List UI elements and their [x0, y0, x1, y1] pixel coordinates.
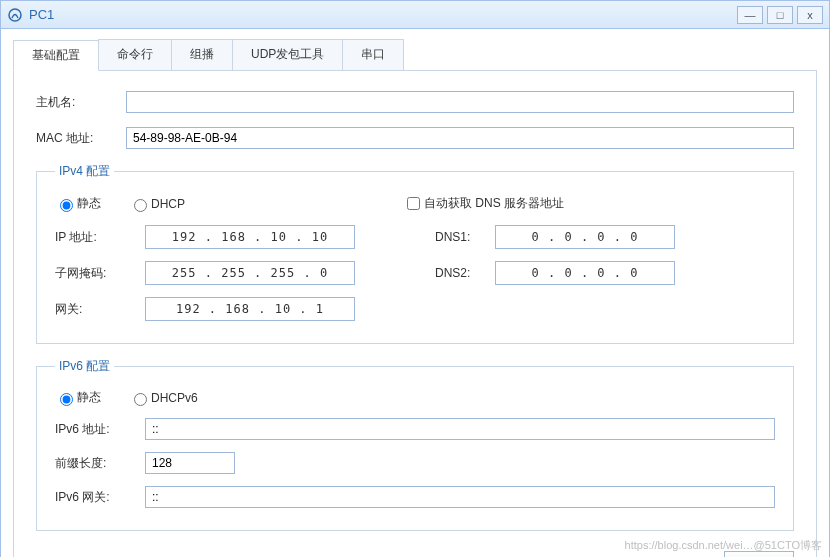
tab-multicast[interactable]: 组播 [171, 39, 233, 70]
ipv4-dhcp-radio[interactable] [134, 199, 147, 212]
tab-cmdline[interactable]: 命令行 [98, 39, 172, 70]
ipv4-static-label: 静态 [77, 195, 101, 212]
window-title: PC1 [29, 7, 54, 22]
ipv6-dhcp-label: DHCPv6 [151, 391, 198, 405]
gw-input[interactable]: 192 . 168 . 10 . 1 [145, 297, 355, 321]
ipv6-dhcp-radio[interactable] [134, 393, 147, 406]
maximize-icon: □ [777, 9, 784, 21]
gw-label: 网关: [55, 301, 145, 318]
pc-config-window: PC1 — □ x 基础配置 命令行 组播 UDP发包工具 串口 主机名: MA… [0, 0, 830, 557]
watermark-text: https://blog.csdn.net/wei…@51CTO博客 [625, 538, 822, 553]
ipv6-addr-input[interactable] [145, 418, 775, 440]
ipv6-static-radio[interactable] [60, 393, 73, 406]
tab-serial[interactable]: 串口 [342, 39, 404, 70]
hostname-label: 主机名: [36, 94, 126, 111]
mask-label: 子网掩码: [55, 265, 145, 282]
ipv6-legend: IPv6 配置 [55, 358, 114, 375]
ipv4-static-radio[interactable] [60, 199, 73, 212]
ipv6-gw-label: IPv6 网关: [55, 489, 145, 506]
dns2-label: DNS2: [435, 266, 495, 280]
minimize-icon: — [745, 9, 756, 21]
ipv4-dhcp-label: DHCP [151, 197, 185, 211]
ipv4-group: IPv4 配置 静态 DHCP 自动获取 DNS 服务器地址 [36, 163, 794, 344]
auto-dns-checkbox[interactable] [407, 197, 420, 210]
ipv6-prefix-label: 前缀长度: [55, 455, 145, 472]
mac-input[interactable] [126, 127, 794, 149]
ipv6-prefix-input[interactable] [145, 452, 235, 474]
tab-basic[interactable]: 基础配置 [13, 40, 99, 71]
ipv6-group: IPv6 配置 静态 DHCPv6 IPv6 地址: 前 [36, 358, 794, 531]
ipv4-legend: IPv4 配置 [55, 163, 114, 180]
auto-dns-wrap[interactable]: 自动获取 DNS 服务器地址 [403, 194, 564, 213]
dns2-input[interactable]: 0 . 0 . 0 . 0 [495, 261, 675, 285]
ip-input[interactable]: 192 . 168 . 10 . 10 [145, 225, 355, 249]
mac-label: MAC 地址: [36, 130, 126, 147]
close-icon: x [807, 9, 813, 21]
tab-udp[interactable]: UDP发包工具 [232, 39, 343, 70]
ipv6-static-label: 静态 [77, 389, 101, 406]
ip-label: IP 地址: [55, 229, 145, 246]
ipv6-addr-label: IPv6 地址: [55, 421, 145, 438]
tabs: 基础配置 命令行 组播 UDP发包工具 串口 [13, 39, 817, 71]
ipv4-dhcp-radio-wrap[interactable]: DHCP [129, 196, 185, 212]
ipv4-static-radio-wrap[interactable]: 静态 [55, 195, 101, 212]
ipv6-gw-input[interactable] [145, 486, 775, 508]
dns1-input[interactable]: 0 . 0 . 0 . 0 [495, 225, 675, 249]
close-button[interactable]: x [797, 6, 823, 24]
minimize-button[interactable]: — [737, 6, 763, 24]
ipv6-static-radio-wrap[interactable]: 静态 [55, 389, 101, 406]
titlebar[interactable]: PC1 — □ x [1, 1, 829, 29]
maximize-button[interactable]: □ [767, 6, 793, 24]
content-area: 基础配置 命令行 组播 UDP发包工具 串口 主机名: MAC 地址: IPv4… [1, 29, 829, 557]
auto-dns-label: 自动获取 DNS 服务器地址 [424, 195, 564, 212]
app-icon [7, 7, 23, 23]
mask-input[interactable]: 255 . 255 . 255 . 0 [145, 261, 355, 285]
panel-basic: 主机名: MAC 地址: IPv4 配置 静态 DHCP [13, 71, 817, 557]
dns1-label: DNS1: [435, 230, 495, 244]
hostname-input[interactable] [126, 91, 794, 113]
ipv6-dhcp-radio-wrap[interactable]: DHCPv6 [129, 390, 198, 406]
